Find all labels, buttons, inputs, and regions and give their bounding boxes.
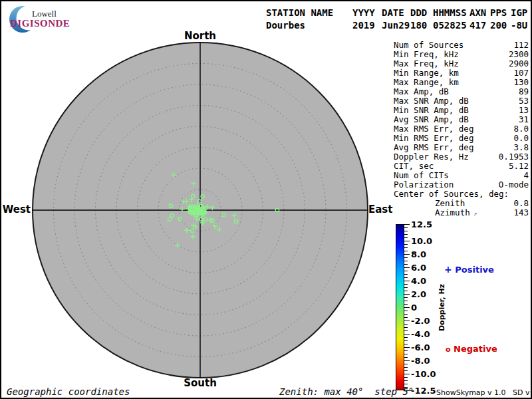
header-col-ddd: DDD180 <box>410 7 433 32</box>
colorbar-minor-tick <box>404 251 408 251</box>
zenith-range-note: Zenith: max 40° step 5° <box>279 386 414 397</box>
stats-row: CIT, sec5.12 <box>394 162 529 171</box>
colorbar-minor-tick <box>404 277 408 278</box>
colorbar-minor-tick <box>404 337 408 338</box>
colorbar-minor-tick <box>404 297 408 298</box>
header-col-yyyy: YYYY2019 <box>352 7 382 32</box>
center-of-sources-header: Center of Sources, deg: <box>394 190 529 199</box>
negative-label: Negative <box>454 344 497 354</box>
colorbar-title: Doppler, Hz <box>438 281 446 334</box>
stats-row: Num of CITs4 <box>394 171 529 180</box>
colorbar-minor-tick <box>404 304 408 305</box>
stats-row: Min Range, km107 <box>394 68 529 78</box>
colorbar-minor-tick <box>404 227 408 228</box>
colorbar-minor-tick <box>404 287 408 288</box>
stats-row: Min Freq, kHz2300 <box>394 50 529 59</box>
stats-panel: Num of Sources112Min Freq, kHz2300Max Fr… <box>394 41 529 218</box>
colorbar-minor-tick <box>404 317 408 318</box>
header-col-hhmmss: HHMMSS052825 <box>433 7 469 32</box>
stats-row: Min SNR Amp, dB13 <box>394 106 529 115</box>
stats-row: PolarizationO-mode <box>394 180 529 190</box>
stats-row: Doppler Res, Hz0.1953 <box>394 152 529 162</box>
colorbar-minor-tick <box>404 340 408 341</box>
colorbar-minor-tick <box>404 264 408 265</box>
colorbar-tick-label: 10.0 <box>411 236 432 246</box>
colorbar-minor-tick <box>404 311 408 311</box>
stats-row: Max Freq, kHz2900 <box>394 59 529 68</box>
colorbar-minor-tick <box>404 244 408 245</box>
colorbar-minor-tick <box>404 231 408 231</box>
stats-row: Max Range, km130 <box>394 78 529 87</box>
colorbar-minor-tick <box>404 357 408 358</box>
colorbar-minor-tick <box>404 257 408 258</box>
colorbar-minor-tick <box>404 237 408 238</box>
colorbar-minor-tick <box>404 367 408 368</box>
stats-row: Min RMS Err, deg0.0 <box>394 134 529 143</box>
colorbar-minor-tick <box>404 274 408 275</box>
colorbar-major-tick <box>404 294 410 295</box>
negative-legend: o Negative <box>446 344 497 354</box>
colorbar-minor-tick <box>404 377 408 378</box>
colorbar-major-tick <box>404 254 410 255</box>
colorbar-minor-tick <box>404 344 408 344</box>
colorbar-minor-tick <box>404 350 408 351</box>
west-label: West <box>0 203 31 215</box>
stats-row: Avg SNR Amp, dB31 <box>394 115 529 124</box>
station-header: STATION NAMEDourbesYYYY2019DATEJun29DDD1… <box>266 7 529 32</box>
version-label: ShowSkymap v 1.0 SD v 5.1 <box>436 388 532 397</box>
header-col-axn: AXN417 <box>469 7 490 32</box>
colorbar-major-tick <box>404 374 410 374</box>
colorbar-minor-tick <box>404 301 408 301</box>
stats-row: Max RMS Err, deg8.0 <box>394 124 529 134</box>
colorbar-tick-label: -2.0 <box>411 316 430 326</box>
colorbar-tick-label: 0 <box>411 303 417 313</box>
colorbar-major-tick <box>404 360 410 361</box>
azimuth-arrow-icon: ↗ <box>470 210 477 217</box>
colorbar-major-tick <box>404 241 410 241</box>
colorbar-tick-label: -12.5 <box>411 386 436 396</box>
stats-row: Avg RMS Err, deg3.8 <box>394 143 529 152</box>
colorbar-tick-label: 6.0 <box>411 263 426 273</box>
stats-row: Azimuth ↗143 <box>394 208 529 218</box>
coordinates-note: Geographic coordinates <box>7 386 130 397</box>
colorbar-major-tick <box>404 224 410 225</box>
colorbar-tick-label: -6.0 <box>411 342 430 352</box>
header-col-station-name: STATION NAMEDourbes <box>266 7 352 32</box>
colorbar-major-tick <box>404 307 410 308</box>
colorbar-tick-label: -4.0 <box>411 329 430 339</box>
colorbar-tick-label: -8.0 <box>411 356 430 366</box>
skymap-plot <box>27 38 373 384</box>
colorbar-major-tick <box>404 267 410 268</box>
colorbar-minor-tick <box>404 354 408 354</box>
colorbar-minor-tick <box>404 384 408 384</box>
header-col-pps: PPS200 <box>490 7 511 32</box>
positive-legend: + Positive <box>444 264 494 275</box>
stats-row: Num of Sources112 <box>394 41 529 50</box>
colorbar-minor-tick <box>404 291 408 291</box>
colorbar-major-tick <box>404 334 410 334</box>
colorbar-minor-tick <box>404 327 408 328</box>
doppler-colorbar <box>396 224 404 390</box>
colorbar-minor-tick <box>404 364 408 364</box>
showskymap-window: Lowell DIGISONDE STATION NAMEDourbesYYYY… <box>0 0 532 399</box>
colorbar-major-tick <box>404 347 410 348</box>
stats-row: Max Amp, dB89 <box>394 87 529 96</box>
stats-row: Zenith0.8 <box>394 199 529 208</box>
colorbar-minor-tick <box>404 271 408 271</box>
colorbar-minor-tick <box>404 380 408 381</box>
colorbar-minor-tick <box>404 314 408 315</box>
colorbar-minor-tick <box>404 247 408 248</box>
colorbar-tick-label: 4.0 <box>411 276 426 286</box>
colorbar-tick-label: 12.5 <box>411 219 432 229</box>
colorbar-tick-label: -10.0 <box>411 369 436 379</box>
colorbar-tick-label: 8.0 <box>411 249 426 259</box>
colorbar-minor-tick <box>404 331 408 331</box>
logo-digisonde-text: DIGISONDE <box>10 18 70 29</box>
colorbar-tick-label: 2.0 <box>411 289 426 299</box>
colorbar-minor-tick <box>404 284 408 285</box>
header-col-igp: IGP-8U <box>511 7 529 32</box>
colorbar-minor-tick <box>404 261 408 261</box>
colorbar-major-tick <box>404 321 410 321</box>
header-col-date: DATEJun29 <box>382 7 410 32</box>
stats-row: Max SNR Amp, dB53 <box>394 96 529 106</box>
